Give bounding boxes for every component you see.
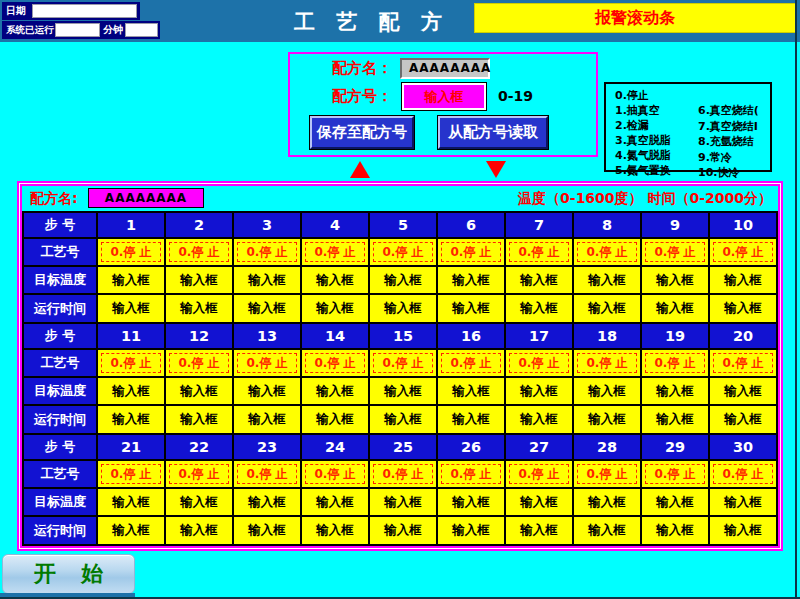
run-time-input-cell[interactable]: 输入框: [438, 295, 506, 324]
target-temp-input-cell[interactable]: 输入框: [98, 267, 166, 295]
run-time-input-cell[interactable]: 输入框: [98, 295, 166, 324]
run-time-input-cell[interactable]: 输入框: [574, 295, 642, 324]
process-select-cell[interactable]: 0.停 止: [438, 239, 506, 267]
process-select-cell[interactable]: 0.停 止: [98, 461, 166, 489]
process-select-cell[interactable]: 0.停 止: [370, 239, 438, 267]
process-select-cell[interactable]: 0.停 止: [302, 239, 370, 267]
process-select-cell[interactable]: 0.停 止: [98, 350, 166, 378]
target-temp-input-cell[interactable]: 输入框: [370, 378, 438, 406]
process-select-cell[interactable]: 0.停 止: [506, 239, 574, 267]
target-temp-input-cell[interactable]: 输入框: [506, 489, 574, 517]
target-temp-input-cell[interactable]: 输入框: [166, 267, 234, 295]
load-from-recipe-button[interactable]: 从配方号读取: [438, 116, 548, 149]
process-select-cell[interactable]: 0.停 止: [98, 239, 166, 267]
target-temp-input-cell[interactable]: 输入框: [234, 267, 302, 295]
process-select-cell[interactable]: 0.停 止: [642, 461, 710, 489]
target-temp-input-cell[interactable]: 输入框: [234, 489, 302, 517]
run-time-input-cell[interactable]: 输入框: [506, 517, 574, 546]
target-temp-input-cell[interactable]: 输入框: [234, 378, 302, 406]
run-time-input-cell[interactable]: 输入框: [438, 517, 506, 546]
recipe-name-input[interactable]: AAAAAAAA: [400, 58, 490, 79]
process-select-cell[interactable]: 0.停 止: [710, 461, 778, 489]
run-time-input-cell[interactable]: 输入框: [302, 517, 370, 546]
process-select-cell[interactable]: 0.停 止: [370, 461, 438, 489]
target-temp-input-cell[interactable]: 输入框: [370, 489, 438, 517]
step-number-cell: 14: [302, 324, 370, 350]
start-button[interactable]: 开 始: [2, 554, 135, 594]
run-time-input-cell[interactable]: 输入框: [574, 517, 642, 546]
run-time-input-cell[interactable]: 输入框: [166, 295, 234, 324]
run-time-input-cell[interactable]: 输入框: [370, 406, 438, 435]
run-time-input-cell[interactable]: 输入框: [166, 406, 234, 435]
process-select-cell[interactable]: 0.停 止: [710, 239, 778, 267]
step-number-cell: 2: [166, 213, 234, 239]
process-select-cell[interactable]: 0.停 止: [302, 350, 370, 378]
run-time-input-cell[interactable]: 输入框: [506, 295, 574, 324]
target-temp-input-cell[interactable]: 输入框: [642, 267, 710, 295]
run-time-input-cell[interactable]: 输入框: [438, 406, 506, 435]
run-time-input-cell[interactable]: 输入框: [166, 517, 234, 546]
run-time-input-cell[interactable]: 输入框: [234, 406, 302, 435]
step-number-cell: 26: [438, 435, 506, 461]
run-time-input-cell[interactable]: 输入框: [302, 295, 370, 324]
target-temp-input-cell[interactable]: 输入框: [710, 267, 778, 295]
save-to-recipe-button[interactable]: 保存至配方号: [310, 116, 414, 149]
target-temp-input-cell[interactable]: 输入框: [710, 378, 778, 406]
run-time-input-cell[interactable]: 输入框: [642, 406, 710, 435]
run-time-input-cell[interactable]: 输入框: [710, 517, 778, 546]
process-select-cell[interactable]: 0.停 止: [574, 239, 642, 267]
process-select-cell[interactable]: 0.停 止: [506, 350, 574, 378]
target-temp-input-cell[interactable]: 输入框: [98, 489, 166, 517]
target-temp-input-cell[interactable]: 输入框: [574, 489, 642, 517]
target-temp-input-cell[interactable]: 输入框: [438, 267, 506, 295]
run-time-input-cell[interactable]: 输入框: [302, 406, 370, 435]
process-select-cell[interactable]: 0.停 止: [370, 350, 438, 378]
target-temp-input-cell[interactable]: 输入框: [642, 489, 710, 517]
process-select-cell[interactable]: 0.停 止: [642, 350, 710, 378]
run-time-input-cell[interactable]: 输入框: [506, 406, 574, 435]
process-select-cell[interactable]: 0.停 止: [234, 461, 302, 489]
process-select-cell[interactable]: 0.停 止: [302, 461, 370, 489]
process-select-cell[interactable]: 0.停 止: [166, 350, 234, 378]
target-temp-input-cell[interactable]: 输入框: [438, 489, 506, 517]
process-select-cell[interactable]: 0.停 止: [438, 350, 506, 378]
run-time-input-cell[interactable]: 输入框: [574, 406, 642, 435]
target-temp-input-cell[interactable]: 输入框: [166, 378, 234, 406]
run-time-input-cell[interactable]: 输入框: [234, 517, 302, 546]
process-select-cell[interactable]: 0.停 止: [166, 239, 234, 267]
process-select-cell[interactable]: 0.停 止: [234, 350, 302, 378]
run-time-input-cell[interactable]: 输入框: [710, 406, 778, 435]
target-temp-input-cell[interactable]: 输入框: [506, 267, 574, 295]
process-select-cell[interactable]: 0.停 止: [234, 239, 302, 267]
recipe-number-input[interactable]: 输入框: [402, 83, 486, 110]
process-select-cell[interactable]: 0.停 止: [642, 239, 710, 267]
process-select-cell[interactable]: 0.停 止: [166, 461, 234, 489]
run-time-input-cell[interactable]: 输入框: [642, 517, 710, 546]
target-temp-input-cell[interactable]: 输入框: [438, 378, 506, 406]
target-temp-input-cell[interactable]: 输入框: [574, 378, 642, 406]
target-temp-input-cell[interactable]: 输入框: [710, 489, 778, 517]
arrow-up-icon: [350, 161, 370, 178]
process-select-cell[interactable]: 0.停 止: [574, 350, 642, 378]
process-select-cell[interactable]: 0.停 止: [438, 461, 506, 489]
run-time-input-cell[interactable]: 输入框: [370, 295, 438, 324]
target-temp-input-cell[interactable]: 输入框: [302, 489, 370, 517]
table-recipe-name-input[interactable]: AAAAAAAA: [88, 188, 204, 208]
process-select-cell[interactable]: 0.停 止: [574, 461, 642, 489]
target-temp-input-cell[interactable]: 输入框: [98, 378, 166, 406]
run-time-input-cell[interactable]: 输入框: [98, 406, 166, 435]
target-temp-input-cell[interactable]: 输入框: [302, 378, 370, 406]
run-time-input-cell[interactable]: 输入框: [370, 517, 438, 546]
target-temp-input-cell[interactable]: 输入框: [302, 267, 370, 295]
target-temp-input-cell[interactable]: 输入框: [166, 489, 234, 517]
process-select-cell[interactable]: 0.停 止: [506, 461, 574, 489]
run-time-input-cell[interactable]: 输入框: [234, 295, 302, 324]
target-temp-input-cell[interactable]: 输入框: [370, 267, 438, 295]
target-temp-input-cell[interactable]: 输入框: [506, 378, 574, 406]
run-time-input-cell[interactable]: 输入框: [710, 295, 778, 324]
process-select-cell[interactable]: 0.停 止: [710, 350, 778, 378]
target-temp-input-cell[interactable]: 输入框: [642, 378, 710, 406]
run-time-input-cell[interactable]: 输入框: [642, 295, 710, 324]
target-temp-input-cell[interactable]: 输入框: [574, 267, 642, 295]
run-time-input-cell[interactable]: 输入框: [98, 517, 166, 546]
